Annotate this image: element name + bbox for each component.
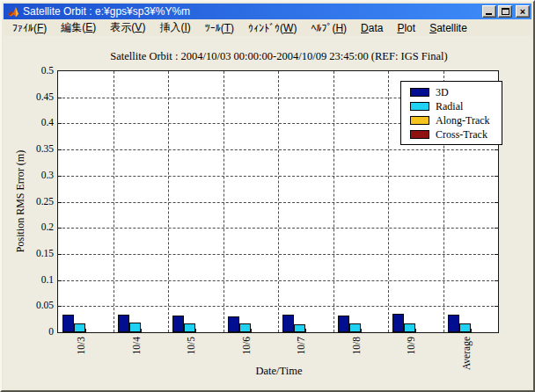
maximize-button[interactable] bbox=[498, 5, 512, 18]
bar-3d-Average bbox=[448, 315, 459, 332]
legend-item-radial: Radial bbox=[401, 99, 502, 113]
minimize-button[interactable] bbox=[482, 5, 496, 18]
x-tick bbox=[85, 329, 86, 332]
y-tick bbox=[58, 306, 62, 307]
x-tick bbox=[361, 329, 362, 332]
y-tick-label: 0.35 bbox=[4, 143, 54, 154]
v-gridline bbox=[278, 71, 279, 332]
y-tick bbox=[58, 202, 62, 203]
chart-title: Satellite Orbit : 2004/10/03 00:00:00-20… bbox=[57, 50, 501, 63]
bar-3d-10-5 bbox=[172, 316, 184, 332]
window-controls: × bbox=[482, 5, 530, 18]
menu-item-f[interactable]: ﾌｧｲﾙ(F) bbox=[5, 20, 54, 36]
bar-radial-10-4 bbox=[129, 323, 141, 332]
app-icon[interactable] bbox=[7, 5, 20, 18]
v-gridline bbox=[224, 71, 224, 332]
y-tick-label: 0.25 bbox=[4, 196, 54, 207]
bar-3d-10-3 bbox=[62, 315, 74, 332]
maximize-icon bbox=[502, 8, 509, 15]
y-tick bbox=[58, 228, 62, 229]
bar-3d-10-8 bbox=[338, 316, 349, 332]
legend-swatch bbox=[410, 130, 429, 139]
x-tick bbox=[251, 329, 252, 332]
legend-label: Along-Track bbox=[436, 114, 490, 127]
y-tick bbox=[58, 123, 62, 124]
menu-item-w[interactable]: ｳｨﾝﾄﾞｳ(W) bbox=[241, 20, 304, 36]
y-tick bbox=[495, 149, 498, 150]
x-tick-label: 10/6 bbox=[241, 337, 253, 354]
x-tick-label: 10/8 bbox=[351, 337, 363, 354]
bar-radial-10-7 bbox=[294, 324, 305, 332]
titlebar[interactable]: Satellite Orbit : e:¥gps¥sp3¥%Y%m × bbox=[4, 4, 531, 19]
y-tick bbox=[495, 176, 498, 177]
x-tick-label: 10/3 bbox=[77, 337, 88, 354]
close-icon: × bbox=[520, 7, 525, 16]
menu-item-h[interactable]: ﾍﾙﾌﾟ(H) bbox=[304, 20, 354, 36]
y-tick bbox=[495, 254, 498, 255]
bar-radial-Average bbox=[459, 323, 471, 332]
menu-item-i[interactable]: 挿入(I) bbox=[152, 18, 197, 37]
v-gridline bbox=[168, 71, 169, 332]
x-axis-label: Date/Time bbox=[57, 365, 501, 378]
y-tick bbox=[58, 254, 62, 255]
x-tick bbox=[415, 329, 416, 332]
bar-radial-10-9 bbox=[404, 323, 415, 332]
y-tick bbox=[495, 202, 498, 203]
x-tick-label: 10/5 bbox=[187, 337, 198, 354]
x-tick bbox=[195, 329, 196, 332]
menu-item-v[interactable]: 表示(V) bbox=[103, 18, 152, 37]
legend: 3DRadialAlong-TrackCross-Track bbox=[400, 81, 502, 145]
y-tick bbox=[58, 98, 62, 98]
legend-item-cross-track: Cross-Track bbox=[401, 127, 502, 142]
legend-label: Radial bbox=[436, 100, 463, 113]
x-tick bbox=[141, 329, 142, 332]
legend-label: 3D bbox=[436, 86, 449, 99]
y-tick-label: 0 bbox=[4, 326, 54, 337]
menu-item-d[interactable]: Data bbox=[354, 20, 390, 36]
v-gridline bbox=[114, 71, 114, 332]
y-tick bbox=[58, 176, 62, 177]
y-tick bbox=[495, 280, 498, 281]
x-tick bbox=[471, 329, 472, 332]
bar-3d-10-4 bbox=[118, 315, 129, 332]
y-tick bbox=[58, 280, 62, 281]
x-tick-label: 10/7 bbox=[297, 337, 308, 354]
y-tick-label: 0.45 bbox=[4, 91, 54, 102]
menu-item-p[interactable]: Plot bbox=[390, 20, 422, 36]
y-tick-label: 0.4 bbox=[4, 117, 54, 127]
menu-bar: ﾌｧｲﾙ(F)編集(E)表示(V)挿入(I)ﾂｰﾙ(T)ｳｨﾝﾄﾞｳ(W)ﾍﾙﾌ… bbox=[4, 19, 531, 36]
y-tick bbox=[58, 149, 62, 150]
legend-item-3d: 3D bbox=[401, 85, 502, 99]
x-tick-label: 10/4 bbox=[131, 337, 143, 354]
bar-3d-10-7 bbox=[282, 315, 294, 332]
y-tick-label: 0.15 bbox=[4, 248, 54, 258]
y-tick-label: 0.5 bbox=[4, 65, 54, 76]
figure-area: Satellite Orbit : 2004/10/03 00:00:00-20… bbox=[4, 36, 531, 388]
minimize-icon bbox=[486, 13, 492, 15]
legend-swatch bbox=[410, 116, 429, 125]
bar-radial-10-6 bbox=[239, 323, 251, 332]
bar-3d-10-6 bbox=[228, 316, 239, 332]
plot-area: 3DRadialAlong-TrackCross-Track bbox=[57, 70, 499, 333]
legend-swatch bbox=[410, 88, 429, 97]
legend-item-along-track: Along-Track bbox=[401, 113, 502, 127]
legend-swatch bbox=[410, 102, 429, 111]
bar-radial-10-3 bbox=[74, 323, 85, 332]
menu-item-t[interactable]: ﾂｰﾙ(T) bbox=[198, 20, 241, 36]
bar-radial-10-8 bbox=[349, 323, 361, 332]
x-tick-label: 10/9 bbox=[407, 337, 418, 354]
window-title: Satellite Orbit : e:¥gps¥sp3¥%Y%m bbox=[23, 4, 482, 19]
y-tick-label: 0.1 bbox=[4, 274, 54, 285]
y-tick bbox=[495, 228, 498, 229]
app-window: Satellite Orbit : e:¥gps¥sp3¥%Y%m × ﾌｧｲﾙ… bbox=[0, 0, 535, 392]
v-gridline bbox=[388, 71, 389, 332]
close-button[interactable]: × bbox=[516, 5, 530, 18]
y-tick-label: 0.2 bbox=[4, 221, 54, 232]
menu-item-e[interactable]: 編集(E) bbox=[54, 18, 103, 37]
legend-label: Cross-Track bbox=[436, 128, 487, 142]
x-tick-label: Average bbox=[461, 337, 473, 370]
y-tick-label: 0.05 bbox=[4, 300, 54, 310]
y-tick bbox=[495, 306, 498, 307]
bar-3d-10-9 bbox=[392, 314, 404, 332]
menu-item-s[interactable]: Satellite bbox=[422, 20, 474, 36]
